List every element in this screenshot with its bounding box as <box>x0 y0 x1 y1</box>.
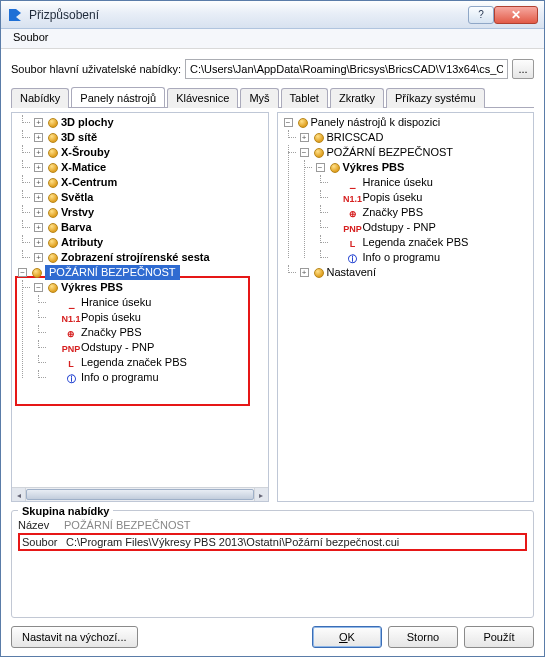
tree-item[interactable]: Světla <box>61 190 93 205</box>
cancel-button[interactable]: Storno <box>388 626 458 648</box>
tree-item[interactable]: 3D plochy <box>61 115 114 130</box>
tree-item[interactable]: Legenda značek PBS <box>81 355 187 370</box>
tab-prikazy-systemu[interactable]: Příkazy systému <box>386 88 485 108</box>
expander-icon[interactable]: + <box>34 163 43 172</box>
tab-nabidky[interactable]: Nabídky <box>11 88 69 108</box>
tree-item[interactable]: BRICSCAD <box>327 130 384 145</box>
content-area: Soubor hlavní uživatelské nabídky: ... N… <box>1 49 544 656</box>
expander-icon[interactable]: + <box>300 133 309 142</box>
item-icon: ⊕ <box>64 327 78 338</box>
tree-item[interactable]: POŽÁRNÍ BEZPEČNOST <box>327 145 454 160</box>
expander-icon[interactable]: + <box>34 118 43 127</box>
menu-file[interactable]: Soubor <box>7 29 54 45</box>
value-nazev: POŽÁRNÍ BEZPEČNOST <box>64 519 527 531</box>
item-icon: L <box>64 357 78 368</box>
scroll-thumb[interactable] <box>26 489 254 500</box>
expander-icon[interactable]: − <box>34 283 43 292</box>
tree-item[interactable]: Barva <box>61 220 92 235</box>
sphere-icon <box>48 208 58 218</box>
tree-item[interactable]: Značky PBS <box>81 325 142 340</box>
tree-item[interactable]: Atributy <box>61 235 103 250</box>
panels: +3D plochy+3D sítě+X-Šrouby+X-Matice+X-C… <box>11 108 534 506</box>
expander-icon[interactable]: − <box>284 118 293 127</box>
ok-button[interactable]: OK <box>312 626 382 648</box>
sphere-icon <box>48 163 58 173</box>
expander-icon[interactable]: + <box>34 193 43 202</box>
sphere-icon <box>48 178 58 188</box>
left-tree-panel[interactable]: +3D plochy+3D sítě+X-Šrouby+X-Matice+X-C… <box>11 112 269 502</box>
tab-panely-nastroju[interactable]: Panely nástrojů <box>71 87 165 107</box>
tree-item[interactable]: Výkres PBS <box>343 160 405 175</box>
tree-item[interactable]: Info o programu <box>81 370 159 385</box>
expander-icon[interactable]: − <box>300 148 309 157</box>
tab-tablet[interactable]: Tablet <box>281 88 328 108</box>
right-tree-panel[interactable]: −Panely nástrojů k dispozici +BRICSCAD −… <box>277 112 535 502</box>
expander-icon[interactable]: + <box>34 133 43 142</box>
tab-zkratky[interactable]: Zkratky <box>330 88 384 108</box>
tree-item[interactable]: Odstupy - PNP <box>81 340 154 355</box>
group-empty-space <box>18 551 527 611</box>
main-file-row: Soubor hlavní uživatelské nabídky: ... <box>11 59 534 79</box>
apply-button[interactable]: Použít <box>464 626 534 648</box>
tree-item[interactable]: X-Matice <box>61 160 106 175</box>
sphere-icon <box>48 283 58 293</box>
expander-icon[interactable]: − <box>316 163 325 172</box>
tree-item[interactable]: X-Šrouby <box>61 145 110 160</box>
window-buttons: ? ✕ <box>468 6 538 24</box>
expander-icon[interactable]: + <box>300 268 309 277</box>
group-title: Skupina nabídky <box>18 505 113 517</box>
reset-button[interactable]: Nastavit na výchozí... <box>11 626 138 648</box>
tree-item[interactable]: Odstupy - PNP <box>363 220 436 235</box>
item-icon: ⓘ <box>346 252 360 263</box>
tree-item[interactable]: Panely nástrojů k dispozici <box>311 115 441 130</box>
tree-item-selected[interactable]: POŽÁRNÍ BEZPEČNOST <box>45 265 180 280</box>
tree-item[interactable]: Legenda značek PBS <box>363 235 469 250</box>
tab-klavesnice[interactable]: Klávesnice <box>167 88 238 108</box>
expander-icon[interactable]: + <box>34 178 43 187</box>
sphere-icon <box>298 118 308 128</box>
tab-mys[interactable]: Myš <box>240 88 278 108</box>
group-grid: Název POŽÁRNÍ BEZPEČNOST Soubor C:\Progr… <box>18 519 527 551</box>
tree-item[interactable]: X-Centrum <box>61 175 117 190</box>
label-soubor: Soubor <box>18 533 64 551</box>
tree-item[interactable]: Hranice úseku <box>363 175 433 190</box>
item-icon: PNP <box>64 342 78 353</box>
expander-icon[interactable]: − <box>18 268 27 277</box>
sphere-icon <box>48 118 58 128</box>
item-icon: ⓘ <box>64 372 78 383</box>
sphere-icon <box>314 268 324 278</box>
tree-item[interactable]: Nastavení <box>327 265 377 280</box>
scrollbar-horizontal[interactable]: ◂ ▸ <box>12 487 268 501</box>
sphere-icon <box>32 268 42 278</box>
item-icon: L <box>346 237 360 248</box>
help-button[interactable]: ? <box>468 6 494 24</box>
close-button[interactable]: ✕ <box>494 6 538 24</box>
menubar: Soubor <box>1 29 544 49</box>
tree-item[interactable]: Hranice úseku <box>81 295 151 310</box>
left-tree: +3D plochy+3D sítě+X-Šrouby+X-Matice+X-C… <box>12 115 268 385</box>
expander-icon[interactable]: + <box>34 208 43 217</box>
tree-item[interactable]: Výkres PBS <box>61 280 123 295</box>
app-icon <box>7 7 23 23</box>
tree-item[interactable]: Vrstvy <box>61 205 94 220</box>
tree-item[interactable]: Zobrazení strojírenské sesta <box>61 250 210 265</box>
expander-icon[interactable]: + <box>34 253 43 262</box>
sphere-icon <box>48 223 58 233</box>
expander-icon[interactable]: + <box>34 223 43 232</box>
scroll-left-icon[interactable]: ◂ <box>12 488 26 502</box>
tree-item[interactable]: Popis úseku <box>363 190 423 205</box>
main-file-input[interactable] <box>185 59 508 79</box>
tree-item[interactable]: Info o programu <box>363 250 441 265</box>
sphere-icon <box>48 238 58 248</box>
expander-icon[interactable]: + <box>34 148 43 157</box>
sphere-icon <box>314 133 324 143</box>
tree-item[interactable]: Značky PBS <box>363 205 424 220</box>
window-title: Přizpůsobení <box>29 8 468 22</box>
tree-item[interactable]: Popis úseku <box>81 310 141 325</box>
group-skupina-nabidky: Skupina nabídky Název POŽÁRNÍ BEZPEČNOST… <box>11 510 534 618</box>
tree-item[interactable]: 3D sítě <box>61 130 97 145</box>
main-file-label: Soubor hlavní uživatelské nabídky: <box>11 63 181 75</box>
expander-icon[interactable]: + <box>34 238 43 247</box>
browse-button[interactable]: ... <box>512 59 534 79</box>
scroll-right-icon[interactable]: ▸ <box>254 488 268 502</box>
